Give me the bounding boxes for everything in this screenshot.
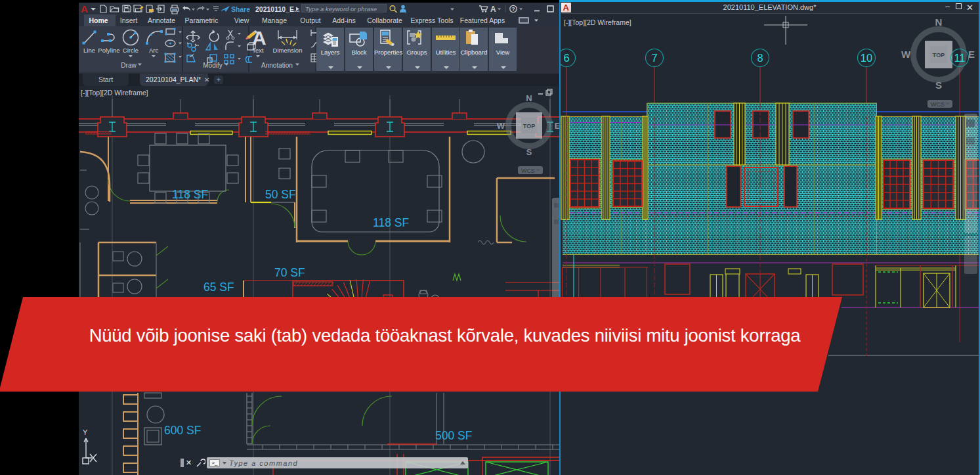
svg-text:50 SF: 50 SF (265, 188, 296, 201)
svg-text:500 SF: 500 SF (435, 429, 472, 442)
svg-text:Line: Line (83, 47, 95, 54)
svg-text:6: 6 (563, 52, 569, 64)
svg-text:TOP: TOP (523, 123, 535, 129)
svg-text:Draw: Draw (121, 62, 137, 69)
svg-text:A: A (252, 27, 266, 49)
svg-text:[-][Top][2D Wireframe]: [-][Top][2D Wireframe] (564, 18, 631, 26)
svg-text:N: N (935, 16, 943, 28)
svg-text:Text: Text (252, 47, 264, 54)
svg-text:S: S (526, 147, 532, 157)
svg-text:TOP: TOP (933, 52, 945, 58)
svg-text:WCS: WCS (521, 168, 535, 174)
svg-text:Y: Y (83, 428, 88, 436)
svg-text:118 SF: 118 SF (172, 188, 208, 201)
svg-text:S: S (935, 79, 942, 91)
svg-text:N: N (526, 93, 532, 103)
svg-text:WCS: WCS (931, 101, 945, 108)
svg-text:118 SF: 118 SF (373, 216, 409, 229)
svg-text:Annotation: Annotation (261, 62, 293, 69)
svg-text:[-][Top][2D Wireframe]: [-][Top][2D Wireframe] (81, 89, 148, 97)
svg-text:70 SF: 70 SF (274, 266, 305, 279)
svg-text:65 SF: 65 SF (203, 281, 234, 294)
svg-text:600 SF: 600 SF (164, 424, 201, 437)
svg-text:E: E (968, 49, 975, 60)
svg-text:W: W (901, 49, 911, 60)
svg-text:11: 11 (954, 52, 965, 64)
svg-text:8: 8 (757, 52, 763, 64)
svg-text:Modify: Modify (203, 62, 222, 69)
svg-text:Polyline: Polyline (98, 47, 119, 54)
svg-text:7: 7 (651, 52, 657, 64)
svg-text:W: W (497, 121, 505, 131)
svg-text:?: ? (512, 6, 515, 12)
svg-text:Circle: Circle (123, 47, 138, 54)
svg-text:A: A (490, 5, 496, 14)
svg-text:10: 10 (861, 52, 872, 64)
svg-text:Dimension: Dimension (273, 47, 303, 54)
svg-text:Arc: Arc (149, 47, 159, 54)
